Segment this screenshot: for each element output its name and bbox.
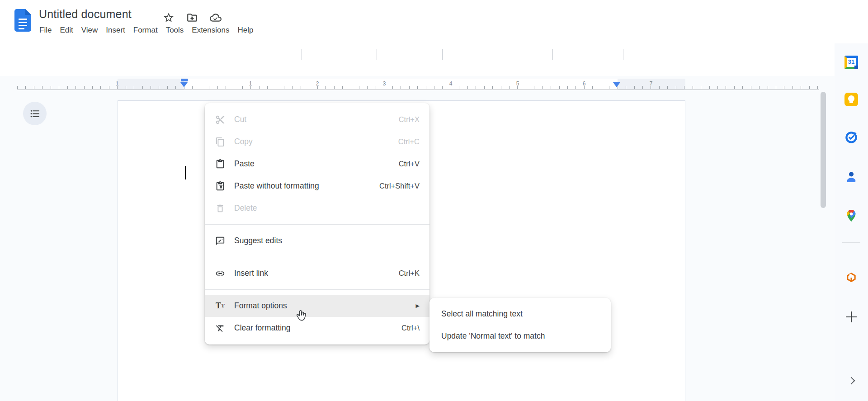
menu-item-label: Format options: [234, 301, 287, 311]
mouse-pointer-hand: [294, 309, 308, 326]
document-status-cloud-icon[interactable]: [210, 12, 222, 25]
maps-icon[interactable]: [835, 209, 868, 222]
docs-logo-icon[interactable]: [14, 9, 31, 32]
first-line-indent-marker[interactable]: [181, 79, 188, 81]
ruler-label: 2: [316, 80, 319, 87]
menu-divider: [205, 289, 429, 290]
suggest-edits-icon: [215, 236, 226, 246]
header: Untitled document File Edit View Insert …: [0, 0, 868, 43]
delete-icon: [215, 203, 226, 214]
ruler-label: 1: [116, 80, 119, 87]
menu-item-shortcut: Ctrl+Shift+V: [379, 182, 420, 190]
menu-item-paste-without-formatting[interactable]: Paste without formatting Ctrl+Shift+V: [205, 175, 429, 197]
tasks-icon[interactable]: [835, 131, 868, 144]
menubar-insert[interactable]: Insert: [102, 24, 129, 37]
menu-item-label: Cut: [234, 115, 246, 124]
format-options-submenu: Select all matching text Update 'Normal …: [429, 298, 611, 352]
menu-item-shortcut: Ctrl+V: [399, 160, 420, 168]
side-panel: 31: [835, 43, 868, 401]
get-add-ons-icon[interactable]: [835, 311, 868, 322]
menubar-view[interactable]: View: [77, 24, 102, 37]
menu-item-label: Copy: [234, 137, 253, 146]
menu-item-label: Paste without formatting: [234, 181, 319, 191]
document-title[interactable]: Untitled document: [39, 8, 132, 21]
menubar-tools[interactable]: Tools: [162, 24, 188, 37]
contacts-icon[interactable]: [835, 170, 868, 184]
menu-item-clear-formatting[interactable]: Clear formatting Ctrl+\: [205, 317, 429, 339]
ruler-label: 3: [383, 80, 386, 87]
menu-item-format-options[interactable]: TT Format options ▶: [205, 295, 429, 317]
menu-item-label: Suggest edits: [234, 236, 282, 245]
menubar-extensions[interactable]: Extensions: [188, 24, 233, 37]
menu-item-insert-link[interactable]: Insert link Ctrl+K: [205, 262, 429, 284]
menubar: File Edit View Insert Format Tools Exten…: [35, 24, 257, 37]
context-menu: Cut Ctrl+X Copy Ctrl+C Paste Ctrl+V Past…: [205, 103, 429, 344]
submenu-item-update-normal-text-to-match[interactable]: Update 'Normal text' to match: [429, 325, 611, 347]
paste-icon: [215, 159, 226, 170]
addon-icon[interactable]: [835, 271, 868, 283]
keep-icon[interactable]: [835, 93, 868, 106]
submenu-arrow-icon: ▶: [416, 303, 420, 309]
calendar-icon[interactable]: 31: [835, 56, 868, 69]
menu-divider: [205, 224, 429, 225]
move-to-folder-icon[interactable]: [186, 12, 198, 25]
vertical-scrollbar-thumb[interactable]: [821, 92, 826, 208]
google-docs-app: Untitled document File Edit View Insert …: [0, 0, 868, 401]
menubar-file[interactable]: File: [35, 24, 56, 37]
paste-without-formatting-icon: [215, 181, 226, 192]
ruler-label: 5: [516, 80, 519, 87]
side-panel-divider: [842, 242, 860, 243]
menubar-help[interactable]: Help: [233, 24, 257, 37]
hide-side-panel-icon[interactable]: [835, 378, 868, 383]
horizontal-ruler: 1 1 2 3 4 5 6 7: [0, 78, 868, 90]
menu-item-shortcut: Ctrl+X: [399, 115, 420, 124]
outline-list-icon: [29, 108, 41, 119]
ruler-label: 7: [650, 80, 653, 87]
menu-item-label: Insert link: [234, 269, 268, 278]
toolbar-strip: 100% Normal text Arial − 11 + B I U A ⋮: [0, 43, 868, 76]
ruler-ticks: [17, 86, 819, 89]
menubar-format[interactable]: Format: [129, 24, 162, 37]
ruler-label: 4: [449, 80, 453, 87]
menu-item-delete[interactable]: Delete: [205, 197, 429, 219]
text-cursor: [185, 166, 186, 179]
menu-divider: [205, 257, 429, 257]
left-indent-marker[interactable]: [180, 82, 188, 87]
cut-icon: [215, 114, 226, 125]
menubar-edit[interactable]: Edit: [56, 24, 77, 37]
menu-item-paste[interactable]: Paste Ctrl+V: [205, 153, 429, 175]
menu-item-copy[interactable]: Copy Ctrl+C: [205, 131, 429, 153]
document-outline-button[interactable]: [23, 102, 47, 125]
menu-item-label: Delete: [234, 203, 257, 213]
submenu-item-select-all-matching-text[interactable]: Select all matching text: [429, 303, 611, 325]
format-options-icon: TT: [215, 301, 226, 311]
menu-item-cut[interactable]: Cut Ctrl+X: [205, 109, 429, 131]
clear-formatting-icon: [215, 323, 226, 334]
menu-item-shortcut: Ctrl+C: [398, 137, 420, 146]
menu-item-shortcut: Ctrl+K: [399, 269, 420, 278]
menu-item-suggest-edits[interactable]: Suggest edits: [205, 230, 429, 252]
ruler-label: 6: [583, 80, 586, 87]
menu-item-label: Paste: [234, 159, 255, 169]
ruler-label: 1: [249, 80, 252, 87]
copy-icon: [215, 137, 226, 147]
star-icon[interactable]: [163, 12, 175, 25]
insert-link-menu-icon: [215, 268, 226, 279]
right-indent-marker[interactable]: [613, 82, 620, 87]
menu-item-label: Clear formatting: [234, 323, 291, 333]
menu-item-shortcut: Ctrl+\: [401, 324, 420, 332]
